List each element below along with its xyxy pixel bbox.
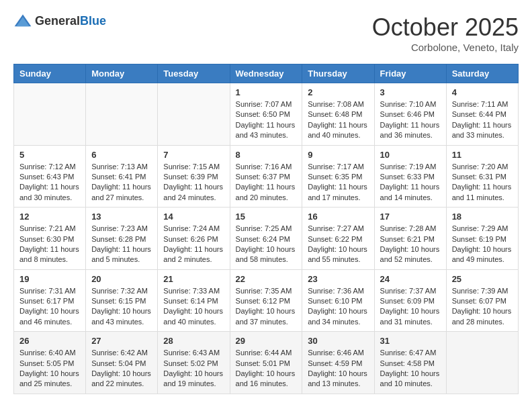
calendar-cell: 9Sunrise: 7:17 AM Sunset: 6:35 PM Daylig…	[302, 145, 374, 208]
day-info: Sunrise: 7:19 AM Sunset: 6:33 PM Dayligh…	[380, 162, 441, 203]
calendar-cell: 28Sunrise: 6:43 AM Sunset: 5:02 PM Dayli…	[158, 332, 230, 394]
calendar-cell: 23Sunrise: 7:36 AM Sunset: 6:10 PM Dayli…	[302, 269, 374, 332]
day-info: Sunrise: 7:29 AM Sunset: 6:19 PM Dayligh…	[452, 224, 513, 265]
day-number: 15	[236, 212, 297, 222]
calendar-cell: 10Sunrise: 7:19 AM Sunset: 6:33 PM Dayli…	[374, 145, 446, 208]
day-info: Sunrise: 7:25 AM Sunset: 6:24 PM Dayligh…	[236, 224, 297, 265]
day-info: Sunrise: 7:28 AM Sunset: 6:21 PM Dayligh…	[380, 224, 441, 265]
day-number: 17	[380, 212, 441, 222]
column-header-thursday: Thursday	[302, 64, 374, 83]
location-subtitle: Corbolone, Veneto, Italy	[372, 42, 519, 53]
calendar-week-row: 5Sunrise: 7:12 AM Sunset: 6:43 PM Daylig…	[14, 145, 519, 208]
day-info: Sunrise: 7:10 AM Sunset: 6:46 PM Dayligh…	[380, 99, 441, 141]
calendar-cell: 29Sunrise: 6:44 AM Sunset: 5:01 PM Dayli…	[230, 332, 302, 394]
day-number: 12	[19, 212, 80, 222]
day-number: 4	[452, 87, 513, 97]
calendar-cell: 12Sunrise: 7:21 AM Sunset: 6:30 PM Dayli…	[14, 208, 86, 270]
calendar-cell: 31Sunrise: 6:47 AM Sunset: 4:58 PM Dayli…	[374, 332, 446, 394]
calendar-cell: 21Sunrise: 7:33 AM Sunset: 6:14 PM Dayli…	[158, 269, 230, 332]
calendar-cell: 19Sunrise: 7:31 AM Sunset: 6:17 PM Dayli…	[14, 269, 86, 332]
day-number: 24	[380, 274, 441, 284]
day-number: 16	[308, 212, 368, 222]
day-info: Sunrise: 7:07 AM Sunset: 6:50 PM Dayligh…	[236, 99, 297, 141]
day-number: 8	[236, 150, 297, 160]
day-info: Sunrise: 7:24 AM Sunset: 6:26 PM Dayligh…	[163, 224, 224, 265]
day-number: 13	[91, 212, 152, 222]
calendar-cell	[158, 83, 230, 146]
calendar-header-row: SundayMondayTuesdayWednesdayThursdayFrid…	[14, 64, 519, 83]
calendar-cell: 24Sunrise: 7:37 AM Sunset: 6:09 PM Dayli…	[374, 269, 446, 332]
day-info: Sunrise: 7:15 AM Sunset: 6:39 PM Dayligh…	[163, 162, 224, 203]
calendar-cell: 13Sunrise: 7:23 AM Sunset: 6:28 PM Dayli…	[86, 208, 158, 270]
month-title: October 2025	[372, 13, 519, 42]
calendar-cell: 30Sunrise: 6:46 AM Sunset: 4:59 PM Dayli…	[302, 332, 374, 394]
day-info: Sunrise: 7:35 AM Sunset: 6:12 PM Dayligh…	[236, 286, 297, 328]
calendar: SundayMondayTuesdayWednesdayThursdayFrid…	[13, 64, 519, 394]
day-number: 25	[452, 274, 513, 284]
calendar-cell	[86, 83, 158, 146]
day-info: Sunrise: 6:42 AM Sunset: 5:04 PM Dayligh…	[91, 348, 152, 390]
day-number: 19	[19, 274, 80, 284]
day-info: Sunrise: 7:36 AM Sunset: 6:10 PM Dayligh…	[308, 286, 368, 328]
day-number: 26	[19, 336, 80, 346]
day-number: 9	[308, 150, 368, 160]
calendar-cell: 18Sunrise: 7:29 AM Sunset: 6:19 PM Dayli…	[446, 208, 518, 270]
calendar-cell: 17Sunrise: 7:28 AM Sunset: 6:21 PM Dayli…	[374, 208, 446, 270]
calendar-cell: 22Sunrise: 7:35 AM Sunset: 6:12 PM Dayli…	[230, 269, 302, 332]
calendar-cell: 4Sunrise: 7:11 AM Sunset: 6:44 PM Daylig…	[446, 83, 518, 146]
day-info: Sunrise: 6:46 AM Sunset: 4:59 PM Dayligh…	[308, 348, 368, 390]
column-header-wednesday: Wednesday	[230, 64, 302, 83]
calendar-cell: 3Sunrise: 7:10 AM Sunset: 6:46 PM Daylig…	[374, 83, 446, 146]
calendar-week-row: 19Sunrise: 7:31 AM Sunset: 6:17 PM Dayli…	[14, 269, 519, 332]
day-number: 6	[91, 150, 152, 160]
day-info: Sunrise: 7:27 AM Sunset: 6:22 PM Dayligh…	[308, 224, 368, 265]
day-number: 10	[380, 150, 441, 160]
day-number: 18	[452, 212, 513, 222]
calendar-cell: 11Sunrise: 7:20 AM Sunset: 6:31 PM Dayli…	[446, 145, 518, 208]
day-info: Sunrise: 7:21 AM Sunset: 6:30 PM Dayligh…	[19, 224, 80, 265]
day-number: 30	[308, 336, 368, 346]
title-area: October 2025 Corbolone, Veneto, Italy	[372, 13, 519, 53]
column-header-friday: Friday	[374, 64, 446, 83]
calendar-cell: 16Sunrise: 7:27 AM Sunset: 6:22 PM Dayli…	[302, 208, 374, 270]
day-info: Sunrise: 7:20 AM Sunset: 6:31 PM Dayligh…	[452, 162, 513, 203]
day-number: 5	[19, 150, 80, 160]
day-info: Sunrise: 7:16 AM Sunset: 6:37 PM Dayligh…	[236, 162, 297, 203]
day-info: Sunrise: 6:43 AM Sunset: 5:02 PM Dayligh…	[163, 348, 224, 390]
column-header-tuesday: Tuesday	[158, 64, 230, 83]
day-info: Sunrise: 7:33 AM Sunset: 6:14 PM Dayligh…	[163, 286, 224, 328]
calendar-cell: 6Sunrise: 7:13 AM Sunset: 6:41 PM Daylig…	[86, 145, 158, 208]
calendar-cell: 27Sunrise: 6:42 AM Sunset: 5:04 PM Dayli…	[86, 332, 158, 394]
calendar-cell	[446, 332, 518, 394]
calendar-cell: 1Sunrise: 7:07 AM Sunset: 6:50 PM Daylig…	[230, 83, 302, 146]
day-info: Sunrise: 7:31 AM Sunset: 6:17 PM Dayligh…	[19, 286, 80, 328]
calendar-cell: 14Sunrise: 7:24 AM Sunset: 6:26 PM Dayli…	[158, 208, 230, 270]
day-number: 23	[308, 274, 368, 284]
day-number: 14	[163, 212, 224, 222]
calendar-cell	[14, 83, 86, 146]
day-number: 31	[380, 336, 441, 346]
calendar-cell: 25Sunrise: 7:39 AM Sunset: 6:07 PM Dayli…	[446, 269, 518, 332]
day-info: Sunrise: 6:40 AM Sunset: 5:05 PM Dayligh…	[19, 348, 80, 390]
day-info: Sunrise: 7:11 AM Sunset: 6:44 PM Dayligh…	[452, 99, 513, 141]
logo-text-blue: Blue	[80, 14, 106, 28]
day-number: 7	[163, 150, 224, 160]
day-number: 21	[163, 274, 224, 284]
calendar-cell: 5Sunrise: 7:12 AM Sunset: 6:43 PM Daylig…	[14, 145, 86, 208]
calendar-cell: 7Sunrise: 7:15 AM Sunset: 6:39 PM Daylig…	[158, 145, 230, 208]
day-number: 2	[308, 87, 368, 97]
day-info: Sunrise: 7:08 AM Sunset: 6:48 PM Dayligh…	[308, 99, 368, 141]
day-info: Sunrise: 7:37 AM Sunset: 6:09 PM Dayligh…	[380, 286, 441, 328]
column-header-sunday: Sunday	[14, 64, 86, 83]
day-info: Sunrise: 7:17 AM Sunset: 6:35 PM Dayligh…	[308, 162, 368, 203]
day-info: Sunrise: 6:47 AM Sunset: 4:58 PM Dayligh…	[380, 348, 441, 390]
day-info: Sunrise: 7:13 AM Sunset: 6:41 PM Dayligh…	[91, 162, 152, 203]
column-header-monday: Monday	[86, 64, 158, 83]
calendar-week-row: 1Sunrise: 7:07 AM Sunset: 6:50 PM Daylig…	[14, 83, 519, 146]
calendar-cell: 15Sunrise: 7:25 AM Sunset: 6:24 PM Dayli…	[230, 208, 302, 270]
calendar-week-row: 26Sunrise: 6:40 AM Sunset: 5:05 PM Dayli…	[14, 332, 519, 394]
column-header-saturday: Saturday	[446, 64, 518, 83]
logo: GeneralBlue	[13, 13, 106, 28]
day-number: 22	[236, 274, 297, 284]
day-info: Sunrise: 7:12 AM Sunset: 6:43 PM Dayligh…	[19, 162, 80, 203]
